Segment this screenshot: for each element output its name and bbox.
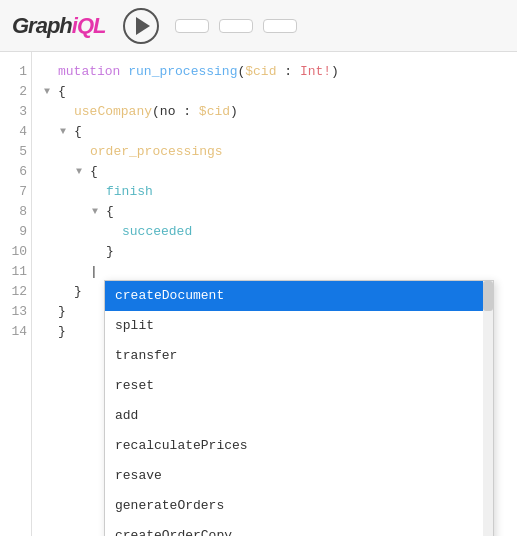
token-plain: | (90, 262, 98, 282)
token-plain (120, 62, 128, 82)
token-param: $cid (199, 102, 230, 122)
token-plain: } (74, 282, 82, 302)
token-plain: ( (237, 62, 245, 82)
autocomplete-dropdown: createDocumentsplittransferresetaddrecal… (104, 280, 494, 536)
token-plain: ( (152, 102, 160, 122)
code-line: | (44, 262, 509, 282)
line-numbers: 1234567891011121314 (0, 52, 32, 536)
editor-area: 1234567891011121314 mutation run_process… (0, 52, 517, 536)
logo: GraphiQL (12, 13, 105, 39)
logo-italic: iQL (72, 13, 106, 38)
code-line: useCompany(no : $cid) (44, 102, 509, 122)
token-plain: no (160, 102, 176, 122)
autocomplete-item[interactable]: createOrderCopy (105, 521, 493, 536)
code-line: succeeded (44, 222, 509, 242)
token-field2: finish (106, 182, 153, 202)
code-line: order_processings (44, 142, 509, 162)
code-line: ▼{ (44, 162, 509, 182)
logo-text: Graph (12, 13, 72, 38)
autocomplete-item[interactable]: split (105, 311, 493, 341)
autocomplete-scrollbar-thumb (483, 281, 493, 311)
token-field: order_processings (90, 142, 223, 162)
token-plain: } (106, 242, 114, 262)
code-line: ▼{ (44, 82, 509, 102)
autocomplete-item[interactable]: resave (105, 461, 493, 491)
autocomplete-item[interactable]: recalculatePrices (105, 431, 493, 461)
fold-icon[interactable]: ▼ (44, 82, 56, 102)
token-plain: } (58, 322, 66, 342)
token-plain: { (106, 202, 114, 222)
token-plain: { (90, 162, 98, 182)
token-plain: ) (230, 102, 238, 122)
explorer-button[interactable] (263, 19, 297, 33)
play-icon (136, 17, 150, 35)
fold-icon[interactable]: ▼ (60, 122, 72, 142)
token-fn: run_processing (128, 62, 237, 82)
code-line: ▼{ (44, 122, 509, 142)
code-line: } (44, 242, 509, 262)
token-type: Int! (300, 62, 331, 82)
token-plain: } (58, 302, 66, 322)
code-line: ▼{ (44, 202, 509, 222)
token-plain: { (58, 82, 66, 102)
history-button[interactable] (219, 19, 253, 33)
token-field2: succeeded (122, 222, 192, 242)
code-line: finish (44, 182, 509, 202)
autocomplete-item[interactable]: transfer (105, 341, 493, 371)
autocomplete-scrollbar[interactable] (483, 281, 493, 536)
run-button[interactable] (123, 8, 159, 44)
prettify-button[interactable] (175, 19, 209, 33)
autocomplete-item[interactable]: createDocument (105, 281, 493, 311)
token-param: $cid (245, 62, 276, 82)
token-field: useCompany (74, 102, 152, 122)
token-plain: { (74, 122, 82, 142)
token-kw: mutation (58, 62, 120, 82)
autocomplete-item[interactable]: reset (105, 371, 493, 401)
autocomplete-item[interactable]: generateOrders (105, 491, 493, 521)
header: GraphiQL (0, 0, 517, 52)
code-line: mutation run_processing($cid : Int!) (44, 62, 509, 82)
token-plain: : (175, 102, 198, 122)
token-plain: : (276, 62, 299, 82)
fold-icon[interactable]: ▼ (76, 162, 88, 182)
autocomplete-item[interactable]: add (105, 401, 493, 431)
token-plain: ) (331, 62, 339, 82)
fold-icon[interactable]: ▼ (92, 202, 104, 222)
